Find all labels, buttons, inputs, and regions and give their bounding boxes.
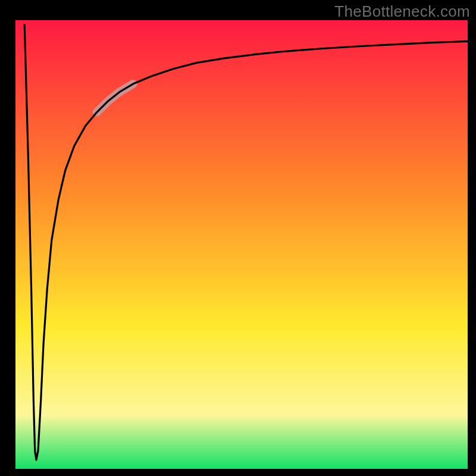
plot-area xyxy=(15,20,468,469)
chart-frame: TheBottleneck.com xyxy=(0,0,476,476)
attribution-text: TheBottleneck.com xyxy=(334,2,470,21)
gradient-background xyxy=(15,20,468,469)
plot-svg xyxy=(15,20,468,469)
